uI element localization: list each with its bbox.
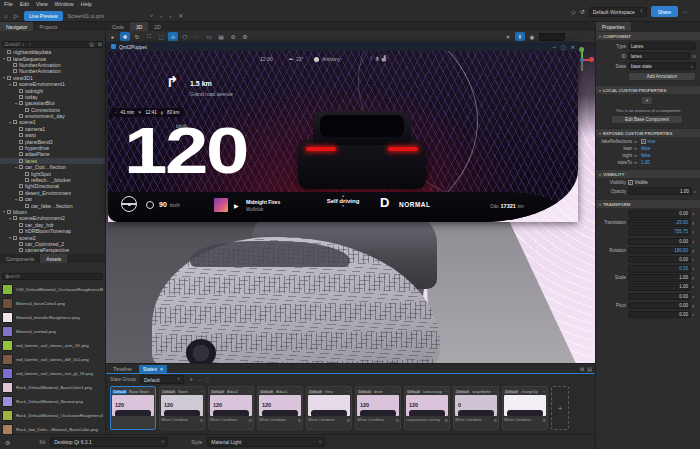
move-left-icon[interactable]: ← xyxy=(3,41,9,47)
tab-timeline[interactable]: Timeline xyxy=(109,365,136,373)
share-button[interactable]: Share xyxy=(651,6,678,17)
tool-camera-icon[interactable]: ▭ xyxy=(204,32,214,41)
translation-y-field[interactable]: -25.60 xyxy=(628,219,691,227)
condition-gear-icon[interactable]: ⚙ xyxy=(542,418,546,423)
asset-item[interactable]: red_laterite_soil_stones_diff_1k1.png xyxy=(2,352,103,366)
tab-states[interactable]: States × xyxy=(139,365,167,373)
pivot-y-field[interactable]: 0.00 xyxy=(628,302,691,310)
asset-item[interactable]: Material_normal.png xyxy=(2,324,103,338)
close-document-icon[interactable]: ✕ xyxy=(178,12,183,19)
add-property-button[interactable]: + xyxy=(641,96,653,105)
tool-light-icon[interactable]: ◌ xyxy=(192,32,202,41)
exposed-property-value[interactable]: false xyxy=(641,146,651,151)
pause-particles-icon[interactable]: ‖ xyxy=(515,32,525,41)
state-thumbnail[interactable]: 120 xyxy=(406,395,448,416)
condition-gear-icon[interactable]: ⚙ xyxy=(248,418,252,423)
state-condition[interactable]: When Condition xyxy=(161,418,188,422)
state-condition[interactable]: When Condition xyxy=(455,418,482,422)
tab-projects[interactable]: Projects xyxy=(33,22,63,31)
state-menu-icon[interactable]: ⋯ xyxy=(444,389,448,394)
translation-z-field[interactable]: 755.75 xyxy=(628,228,691,236)
style-select[interactable]: Material Light ˅ xyxy=(207,437,325,447)
section-component[interactable]: ▾COMPONENT xyxy=(596,31,700,40)
play-icon[interactable]: ▶ xyxy=(234,202,239,209)
live-preview-button[interactable]: Live Preview xyxy=(24,11,62,21)
condition-gear-icon[interactable]: ⚙ xyxy=(297,418,301,423)
menu-edit[interactable]: Edit xyxy=(20,1,29,7)
state-menu-icon[interactable]: ⋯ xyxy=(199,389,203,394)
add-state-button[interactable]: + xyxy=(551,386,569,430)
state-thumbnail[interactable]: 120 xyxy=(112,395,154,416)
section-transform[interactable]: ▾TRANSFORM xyxy=(596,199,700,208)
section-visibility[interactable]: ▾VISIBILITY xyxy=(596,169,700,178)
state-condition[interactable]: When Condition xyxy=(259,418,286,422)
scale-y-field[interactable]: 1.00 xyxy=(628,274,691,282)
tool-rotate-icon[interactable]: ↻ xyxy=(132,32,142,41)
condition-gear-icon[interactable]: ⚙ xyxy=(346,418,350,423)
remove-state-group-icon[interactable]: − xyxy=(198,377,202,383)
scale-x-field[interactable]: 0.15 xyxy=(628,265,691,273)
tool-scale-icon[interactable]: ⛶ xyxy=(144,32,154,41)
tree-item[interactable]: cameraPerspective xyxy=(0,247,105,253)
annotation-icon[interactable]: ◇ xyxy=(571,8,576,15)
section-local-custom-properties[interactable]: ▾LOCAL CUSTOM PROPERTIES xyxy=(596,85,700,94)
filter-icon[interactable]: ◎ xyxy=(89,41,94,47)
tab-2d[interactable]: 2D xyxy=(148,22,166,31)
pivot-z-field[interactable]: 0.00 xyxy=(628,311,691,319)
state-card[interactable]: Default chargeUp ⋯ When Condition ⚙ xyxy=(502,386,548,430)
state-card[interactable]: Default Intro ⋯ When Condition ⚙ xyxy=(306,386,352,430)
tab-code[interactable]: Code xyxy=(106,22,130,31)
close-tab-icon[interactable]: × xyxy=(160,366,163,372)
state-condition[interactable]: When Condition xyxy=(308,418,335,422)
move-right-icon[interactable]: → xyxy=(13,41,19,47)
export-alias-icon[interactable]: ⊙ xyxy=(692,54,696,59)
state-card[interactable]: Default Adas2 ⋯ 120 When Condition ⚙ xyxy=(208,386,254,430)
state-thumbnail[interactable]: 120 xyxy=(357,395,399,416)
clone-state-icon[interactable]: ⬚ xyxy=(205,377,210,383)
state-card[interactable]: Default Sport ⋯ 120 When Condition ⚙ xyxy=(159,386,205,430)
list-view-icon[interactable]: ▤ xyxy=(587,366,592,372)
binding-icon[interactable]: ∞ xyxy=(634,153,639,158)
condition-gear-icon[interactable]: ⚙ xyxy=(199,418,203,423)
exposed-property-value[interactable]: true xyxy=(648,139,656,144)
state-thumbnail[interactable]: 120 xyxy=(210,395,252,416)
workspace-select[interactable]: Default Workspace ˅ xyxy=(589,7,647,17)
asset-item[interactable]: Rock_low_Defa…Material_BaseColor.png xyxy=(2,422,103,434)
chevron-down-icon[interactable]: ˅ xyxy=(694,189,696,194)
document-chevron-icon[interactable]: ˅ xyxy=(150,13,154,19)
tool-viewport-icon[interactable]: ▤ xyxy=(216,32,226,41)
opacity-field[interactable]: 1.00 xyxy=(628,187,692,195)
asset-item[interactable]: Rock_DefaultMaterial_OcclusionRoughnessM… xyxy=(2,408,103,422)
forward-icon[interactable]: › xyxy=(169,13,171,19)
condition-gear-icon[interactable]: ⚙ xyxy=(395,418,399,423)
move-down-icon[interactable]: ↓ xyxy=(22,41,25,47)
kit-select[interactable]: Desktop Qt 6.3.1 ˅ xyxy=(50,437,168,447)
state-menu-icon[interactable]: ⋯ xyxy=(248,389,252,394)
tool-particles-icon[interactable]: ⊘ xyxy=(228,32,238,41)
drive-mode-selector[interactable]: ▴ Self driving ▾ xyxy=(308,194,378,208)
section-exposed-custom-properties[interactable]: ▾EXPOSED CUSTOM PROPERTIES xyxy=(596,128,700,137)
state-card[interactable]: Default drive ⋯ 120 When Condition ⚙ xyxy=(355,386,401,430)
open-document-name[interactable]: Screen01.ui.qml xyxy=(68,13,104,19)
id-field[interactable]: lanes xyxy=(628,52,690,60)
seek-field[interactable] xyxy=(539,33,565,41)
menu-help[interactable]: Help xyxy=(81,1,92,7)
tab-navigator[interactable]: Navigator xyxy=(0,22,33,31)
add-asset-icon[interactable]: ＋ xyxy=(4,272,11,282)
puppet-title-bar[interactable]: Qml2Puppet ─ ▢ ✕ xyxy=(108,42,578,51)
state-thumbnail[interactable] xyxy=(504,395,546,416)
asset-item[interactable]: Material_baseColor1.png xyxy=(2,296,103,310)
pivot-x-field[interactable]: 0.00 xyxy=(628,293,691,301)
asset-item[interactable]: Rock_DefaultMaterial_BaseColor1.png xyxy=(2,380,103,394)
type-field[interactable]: Lanes xyxy=(628,42,696,50)
state-condition[interactable]: When Condition xyxy=(504,418,531,422)
asset-item[interactable]: Rock_DefaultMaterial_Normal.png xyxy=(2,394,103,408)
state-card[interactable]: Default Adas1 ⋯ 120 When Condition ⚙ xyxy=(257,386,303,430)
rotation-y-field[interactable]: 180.00 xyxy=(628,247,691,255)
menu-file[interactable]: File xyxy=(4,1,13,7)
run-icon[interactable]: ▷ xyxy=(14,12,19,19)
state-menu-icon[interactable]: ⋯ xyxy=(395,389,399,394)
state-thumbnail[interactable]: 0 xyxy=(455,395,497,416)
scale-z-field[interactable]: 1.00 xyxy=(628,283,691,291)
binding-icon[interactable]: ∞ xyxy=(634,160,639,165)
